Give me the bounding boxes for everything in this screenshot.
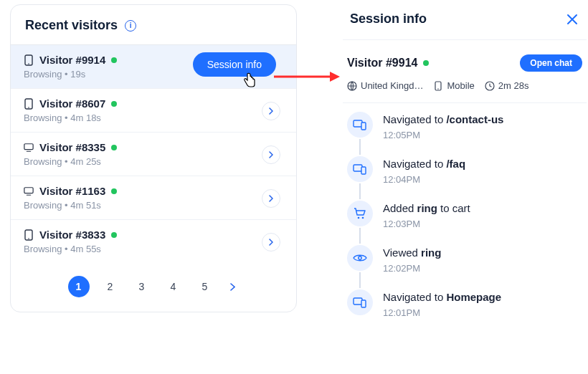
device-multi-icon bbox=[347, 112, 373, 138]
arrow-icon bbox=[274, 69, 340, 84]
online-dot-icon bbox=[111, 188, 117, 194]
svg-point-18 bbox=[362, 217, 364, 219]
timeline-item: Navigated to /faq 12:04PM bbox=[347, 156, 584, 201]
online-dot-icon bbox=[111, 101, 117, 107]
expand-button[interactable] bbox=[262, 233, 280, 251]
session-visitor-row: Visitor #9914 Open chat bbox=[343, 40, 587, 72]
visitor-name: Visitor #8335 bbox=[39, 141, 105, 153]
desktop-icon bbox=[24, 143, 34, 153]
timeline-item: Navigated to Homepage 12:01PM bbox=[347, 289, 584, 334]
svg-rect-5 bbox=[24, 187, 33, 193]
pagination: 1 2 3 4 5 bbox=[11, 263, 296, 312]
svg-rect-21 bbox=[361, 300, 366, 307]
timeline-time: 12:05PM bbox=[383, 130, 503, 140]
mobile-icon bbox=[433, 81, 443, 91]
meta-country: United Kingd… bbox=[361, 80, 423, 91]
session-info-button[interactable]: Session info bbox=[193, 52, 276, 77]
mobile-icon bbox=[24, 55, 34, 65]
desktop-icon bbox=[24, 186, 34, 196]
session-info-header: Session info bbox=[343, 4, 587, 40]
svg-rect-14 bbox=[361, 123, 366, 130]
visitor-status: Browsing • 4m 25s bbox=[24, 156, 283, 167]
session-visitor-name: Visitor #9914 bbox=[347, 57, 417, 69]
clock-icon bbox=[485, 81, 495, 91]
svg-point-11 bbox=[438, 88, 439, 89]
timeline-text: Navigated to Homepage bbox=[383, 291, 501, 303]
timeline-time: 12:01PM bbox=[383, 307, 501, 318]
visitor-row[interactable]: Visitor #8335 Browsing • 4m 25s bbox=[11, 132, 296, 176]
expand-button[interactable] bbox=[262, 145, 280, 164]
timeline: Navigated to /contact-us 12:05PM Navigat… bbox=[343, 103, 587, 334]
timeline-time: 12:03PM bbox=[383, 219, 470, 229]
visitor-name: Visitor #9914 bbox=[39, 54, 105, 66]
page-number[interactable]: 3 bbox=[131, 276, 153, 297]
svg-point-1 bbox=[28, 63, 29, 64]
meta-duration: 2m 28s bbox=[498, 80, 529, 91]
svg-point-7 bbox=[28, 238, 29, 239]
meta-device: Mobile bbox=[447, 80, 474, 91]
timeline-item: Added ring to cart 12:03PM bbox=[347, 201, 584, 245]
visitor-name: Visitor #1163 bbox=[39, 185, 105, 197]
visitor-row[interactable]: Visitor #1163 Browsing • 4m 51s bbox=[11, 176, 296, 219]
session-info-title: Session info bbox=[350, 11, 427, 27]
close-icon[interactable] bbox=[566, 14, 578, 25]
svg-point-3 bbox=[28, 107, 29, 108]
svg-rect-20 bbox=[354, 298, 362, 305]
expand-button[interactable] bbox=[262, 102, 280, 120]
globe-icon bbox=[347, 81, 357, 91]
expand-button[interactable] bbox=[262, 189, 280, 208]
timeline-time: 12:04PM bbox=[383, 174, 465, 185]
visitor-row[interactable]: Visitor #9914 Browsing • 19s Session inf… bbox=[11, 44, 296, 88]
visitor-row[interactable]: Visitor #3833 Browsing • 4m 55s bbox=[11, 219, 296, 263]
timeline-text: Navigated to /contact-us bbox=[383, 113, 503, 125]
visitor-row[interactable]: Visitor #8607 Browsing • 4m 18s bbox=[11, 88, 296, 132]
timeline-item: Viewed ring 12:02PM bbox=[347, 245, 584, 289]
recent-visitors-panel: Recent visitors i Visitor #9914 Browsing… bbox=[10, 4, 297, 312]
mobile-icon bbox=[24, 230, 34, 240]
device-multi-icon bbox=[347, 156, 373, 182]
recent-visitors-header: Recent visitors i bbox=[11, 5, 296, 44]
timeline-item: Navigated to /contact-us 12:05PM bbox=[347, 112, 584, 156]
eye-icon bbox=[347, 245, 373, 271]
page-number[interactable]: 2 bbox=[100, 276, 121, 297]
svg-point-17 bbox=[358, 217, 360, 219]
svg-point-19 bbox=[359, 256, 361, 259]
visitor-status: Browsing • 4m 51s bbox=[24, 200, 283, 211]
page-next-button[interactable] bbox=[226, 280, 240, 294]
page-number[interactable]: 5 bbox=[194, 276, 216, 297]
visitor-status: Browsing • 4m 18s bbox=[24, 112, 283, 123]
timeline-text: Navigated to /faq bbox=[383, 158, 465, 170]
timeline-text: Viewed ring bbox=[383, 246, 441, 259]
session-meta: United Kingd… Mobile 2m 28s bbox=[343, 72, 587, 103]
svg-rect-13 bbox=[354, 120, 362, 127]
visitor-status: Browsing • 4m 55s bbox=[24, 244, 283, 254]
mobile-icon bbox=[24, 99, 34, 109]
svg-rect-4 bbox=[24, 143, 33, 149]
session-info-panel: Session info Visitor #9914 Open chat Uni… bbox=[343, 4, 587, 334]
device-multi-icon bbox=[347, 289, 373, 315]
svg-rect-16 bbox=[361, 167, 366, 174]
cart-icon bbox=[347, 201, 373, 226]
svg-rect-15 bbox=[354, 165, 362, 171]
info-icon[interactable]: i bbox=[125, 20, 136, 32]
timeline-time: 12:02PM bbox=[383, 263, 441, 274]
online-dot-icon bbox=[111, 232, 117, 238]
timeline-text: Added ring to cart bbox=[383, 202, 470, 214]
online-dot-icon bbox=[423, 60, 429, 66]
page-number[interactable]: 4 bbox=[163, 276, 184, 297]
recent-visitors-title: Recent visitors bbox=[25, 18, 118, 33]
visitor-name: Visitor #3833 bbox=[39, 229, 105, 241]
visitor-name: Visitor #8607 bbox=[39, 97, 105, 110]
page-number[interactable]: 1 bbox=[68, 276, 90, 297]
online-dot-icon bbox=[111, 145, 117, 150]
online-dot-icon bbox=[111, 57, 117, 63]
open-chat-button[interactable]: Open chat bbox=[520, 54, 582, 72]
